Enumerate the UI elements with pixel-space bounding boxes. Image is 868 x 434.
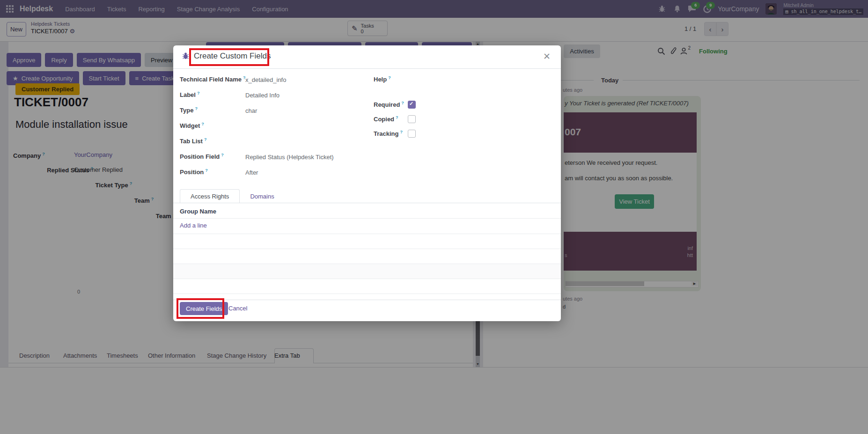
dialog-header: Create Custom Fields ✕ [173,45,561,69]
required-checkbox[interactable] [408,101,416,109]
modal-value-position-field[interactable]: Replied Status (Helpdesk Ticket) [245,154,334,161]
dialog-tabbar: Access Rights Domains [180,189,285,203]
table-row-divider [173,294,561,294]
table-row-divider [173,218,561,219]
modal-label-technical-field-name: Technical Field Name [180,75,245,83]
modal-value-label[interactable]: Detailed Info [245,92,280,99]
table-row-divider [173,234,561,234]
copied-checkbox[interactable] [408,115,416,123]
table-row-divider [173,249,561,249]
tabbar-divider [173,203,561,203]
modal-label-tab-list: Tab List [180,137,206,145]
group-name-column-header[interactable]: Group Name [180,208,216,215]
modal-label-widget: Widget [180,122,204,129]
modal-value-position[interactable]: After [245,169,258,176]
screen: Helpdesk Dashboard Tickets Reporting Sta… [0,0,868,434]
modal-label-position-field: Position Field [180,153,224,160]
tab-access-rights[interactable]: Access Rights [180,189,240,203]
table-row-divider [173,279,561,279]
tracking-checkbox[interactable] [408,130,416,138]
cancel-button[interactable]: Cancel [228,305,247,312]
bug-icon [182,52,190,62]
modal-value-technical-field-name[interactable]: x_detailed_info [245,76,286,83]
close-icon[interactable]: ✕ [540,51,553,62]
modal-label-label: Label [180,91,199,98]
add-a-line-link[interactable]: Add a line [180,222,207,229]
modal-label-position: Position [180,168,208,176]
create-fields-button[interactable]: Create Fields [180,302,228,315]
tab-domains[interactable]: Domains [240,189,284,203]
modal-label-required: Required [374,101,404,108]
modal-label-tracking: Tracking [374,130,403,137]
modal-label-help: Help [374,75,391,83]
create-custom-fields-dialog: Create Custom Fields ✕ Technical Field N… [173,45,561,321]
dialog-footer-divider [173,300,561,300]
table-empty-row [173,264,561,279]
modal-label-copied: Copied [374,115,398,123]
modal-value-type[interactable]: char [245,107,257,114]
modal-label-type: Type [180,106,198,114]
dialog-title: Create Custom Fields [194,51,271,61]
